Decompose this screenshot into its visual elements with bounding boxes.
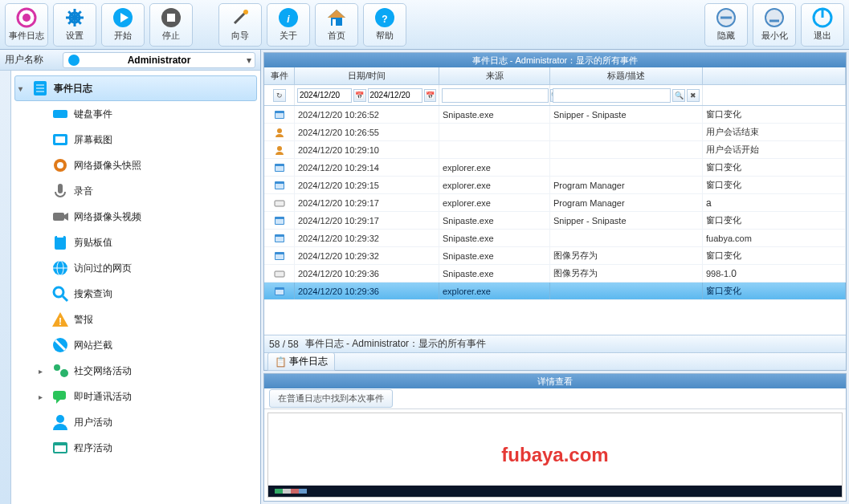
table-row[interactable]: 2024/12/20 10:29:14 explorer.exe 窗口变化 — [264, 159, 846, 177]
screenshot-preview[interactable]: fubaya.com — [267, 413, 843, 498]
tree-item-label: 用户活动 — [74, 416, 112, 429]
wand-icon — [230, 7, 251, 28]
hide-button[interactable]: 隐藏 — [704, 3, 748, 47]
col-title[interactable]: 标题/描述 — [550, 67, 703, 84]
tab-icon: 📋 — [275, 356, 287, 368]
table-row[interactable]: 2024/12/20 10:29:36 explorer.exe 窗口变化 — [264, 282, 846, 300]
tree-item-webcam-video[interactable]: 网络摄像头视频 — [14, 204, 257, 230]
event-log-button[interactable]: 事件日志 — [5, 3, 48, 47]
info-icon: i — [278, 7, 299, 28]
table-row[interactable]: 2024/12/20 10:29:32 Snipaste.exe fuabya.… — [264, 230, 846, 247]
tree-item-clipboard[interactable]: 剪贴板值 — [14, 230, 257, 255]
start-button[interactable]: 开始 — [101, 3, 145, 47]
tab-event-log[interactable]: 📋 事件日志 — [267, 352, 335, 371]
minimize-button[interactable]: 最小化 — [753, 3, 796, 47]
main-toolbar: 事件日志设置开始停止向导i关于首页?帮助隐藏最小化退出 — [0, 0, 849, 50]
cell-datetime: 2024/12/20 10:29:10 — [295, 141, 439, 158]
tree-item-label: 程序活动 — [74, 441, 112, 455]
table-row[interactable]: 2024/12/20 10:29:17 explorer.exe Program… — [264, 194, 846, 212]
col-event[interactable]: 事件 — [264, 67, 295, 84]
clear-icon[interactable]: ✖ — [687, 89, 700, 102]
cell-title — [550, 230, 703, 246]
svg-point-26 — [765, 9, 783, 26]
chat-icon — [51, 388, 69, 405]
tree-item-user-activity[interactable]: 用户活动 — [14, 409, 257, 435]
calendar-icon[interactable]: 📅 — [424, 89, 437, 102]
date-to-input[interactable] — [368, 88, 422, 103]
table-row[interactable]: 2024/12/20 10:29:32 Snipaste.exe 图像另存为 窗… — [264, 247, 846, 265]
grid-body[interactable]: 2024/12/20 10:26:52 Snipaste.exe Snipper… — [264, 106, 846, 335]
svg-marker-41 — [64, 213, 68, 221]
user-name: Administrator — [128, 55, 191, 66]
about-button[interactable]: i关于 — [267, 3, 310, 47]
gear-icon — [64, 7, 85, 28]
expand-icon: ▸ — [39, 367, 47, 376]
button-label: 关于 — [280, 30, 297, 42]
stop-button[interactable]: 停止 — [149, 3, 193, 47]
user-select[interactable]: Administrator ▾ — [63, 52, 255, 68]
side-tab[interactable] — [0, 71, 11, 504]
table-row[interactable]: 2024/12/20 10:26:52 Snipaste.exe Snipper… — [264, 106, 846, 124]
cell-icon — [264, 212, 295, 229]
tree-root[interactable]: ▾事件日志 — [14, 75, 257, 101]
tree-item-visited-pages[interactable]: 访问过的网页 — [14, 255, 257, 281]
tree-item-social-activity[interactable]: ▸社交网络活动 — [14, 358, 257, 384]
svg-point-16 — [243, 10, 248, 14]
col-desc[interactable] — [703, 67, 846, 84]
button-label: 开始 — [114, 30, 132, 42]
detail-panel: 详情查看 在普通日志中找到本次事件 fubaya.com — [263, 373, 847, 502]
table-row[interactable]: 2024/12/20 10:29:17 Snipaste.exe Snipper… — [264, 212, 846, 230]
date-from-input[interactable] — [297, 88, 352, 103]
tree-item-im-activity[interactable]: ▸即时通讯活动 — [14, 384, 257, 409]
tree-item-webcam-snapshots[interactable]: 网络摄像头快照 — [14, 152, 257, 178]
log-icon — [31, 79, 49, 97]
table-row[interactable]: 2024/12/20 10:29:15 explorer.exe Program… — [264, 177, 846, 194]
refresh-icon[interactable]: ↻ — [273, 89, 286, 102]
calendar-icon[interactable]: 📅 — [353, 89, 366, 102]
find-in-log-button[interactable]: 在普通日志中找到本次事件 — [269, 389, 393, 408]
svg-rect-59 — [55, 445, 66, 452]
svg-rect-74 — [276, 254, 284, 259]
button-label: 向导 — [231, 30, 249, 42]
tree-item-site-blocking[interactable]: 网站拦截 — [14, 332, 257, 358]
tree-item-screenshots[interactable]: 屏幕截图 — [14, 127, 257, 152]
svg-rect-61 — [276, 113, 284, 118]
svg-rect-34 — [53, 110, 67, 118]
col-source[interactable]: 来源 — [439, 67, 550, 84]
cell-desc: a — [703, 194, 846, 211]
settings-button[interactable]: 设置 — [53, 3, 96, 47]
tree-item-program-activity[interactable]: 程序活动 — [14, 435, 257, 461]
button-label: 帮助 — [376, 30, 394, 42]
status-text: 事件日志 - Administrator：显示的所有事件 — [305, 337, 486, 351]
table-row[interactable]: 2024/12/20 10:29:10 用户会话开始 — [264, 141, 846, 159]
svg-rect-39 — [58, 184, 63, 193]
table-row[interactable]: 2024/12/20 10:29:36 Snipaste.exe 图像另存为 9… — [264, 265, 846, 282]
search-icon[interactable]: 🔍 — [672, 89, 685, 102]
expand-icon: ▸ — [39, 392, 47, 401]
min-icon — [764, 7, 785, 28]
home-button[interactable]: 首页 — [315, 3, 358, 47]
cell-datetime: 2024/12/20 10:29:32 — [295, 247, 439, 264]
cell-source: explorer.exe — [439, 177, 550, 193]
tree-item-search-queries[interactable]: 搜索查询 — [14, 281, 257, 307]
help-button[interactable]: ?帮助 — [363, 3, 406, 47]
svg-rect-40 — [53, 213, 64, 221]
tree-item-recordings[interactable]: 录音 — [14, 178, 257, 204]
grid-header: 事件 日期/时间 来源 标题/描述 — [264, 67, 846, 85]
filter-source-input[interactable] — [442, 88, 549, 103]
svg-rect-75 — [275, 271, 284, 277]
filter-title-input[interactable] — [553, 88, 671, 103]
taskbar-preview — [268, 486, 842, 497]
user-bar: 用户名称 Administrator ▾ — [0, 50, 260, 71]
col-datetime[interactable]: 日期/时间 — [295, 67, 439, 84]
exit-button[interactable]: 退出 — [801, 3, 844, 47]
table-row[interactable]: 2024/12/20 10:26:55 用户会话结束 — [264, 124, 846, 141]
wizard-button[interactable]: 向导 — [218, 3, 262, 47]
cell-source: Snipaste.exe — [439, 247, 550, 264]
cell-icon — [264, 141, 295, 158]
svg-point-57 — [56, 415, 64, 423]
tree-item-keyboard-events[interactable]: 键盘事件 — [14, 101, 257, 127]
tree-item-alerts[interactable]: !警报 — [14, 307, 257, 332]
cell-source — [439, 124, 550, 140]
svg-rect-77 — [276, 290, 284, 295]
